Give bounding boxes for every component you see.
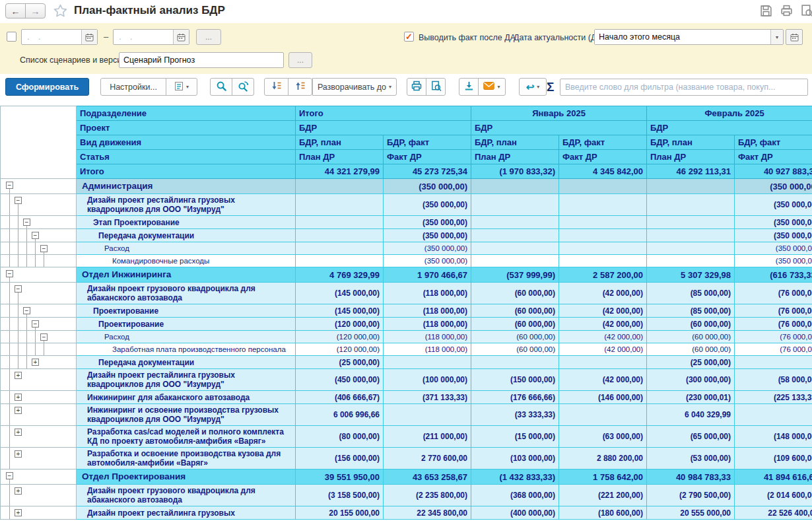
value-cell[interactable]	[296, 194, 384, 216]
value-cell[interactable]: 40 984 783,33	[647, 469, 735, 485]
value-cell[interactable]: (63 000,00)	[559, 426, 647, 448]
value-cell[interactable]: (76 000,00)	[735, 304, 812, 318]
value-cell[interactable]: (60 000,00)	[471, 283, 559, 304]
value-cell[interactable]: (180 600,00)	[559, 506, 647, 520]
row-label-cell[interactable]: Разработка и освоение производства кузов…	[77, 448, 296, 469]
value-cell[interactable]: (350 000,00)	[735, 216, 812, 229]
value-cell[interactable]: (118 000,00)	[384, 318, 471, 331]
back-button[interactable]: ←	[5, 3, 26, 18]
value-cell[interactable]: (42 000,00)	[559, 304, 647, 318]
value-cell[interactable]: (42 000,00)	[559, 369, 647, 391]
value-cell[interactable]: (42 000,00)	[559, 318, 647, 331]
value-cell[interactable]	[647, 179, 735, 194]
value-cell[interactable]: (60 000,00)	[647, 331, 735, 343]
value-cell[interactable]	[471, 179, 559, 194]
value-cell[interactable]: (120 000,00)	[296, 343, 384, 356]
value-cell[interactable]	[559, 229, 647, 242]
value-cell[interactable]	[559, 356, 647, 369]
actuality-calendar-button[interactable]	[786, 29, 803, 45]
value-cell[interactable]: (350 000,00)	[735, 229, 812, 242]
value-cell[interactable]: (60 000,00)	[471, 343, 559, 356]
value-cell[interactable]: (85 000,00)	[647, 304, 735, 318]
value-cell[interactable]: (100 000,00)	[384, 369, 471, 391]
header-article-value[interactable]: План ДР	[471, 150, 559, 164]
value-cell[interactable]: (371 133,33)	[384, 391, 471, 404]
header-total-value[interactable]: (1 970 833,32)	[471, 164, 559, 179]
value-cell[interactable]: (145 000,00)	[296, 283, 384, 304]
value-cell[interactable]	[647, 216, 735, 229]
value-cell[interactable]: 4 769 329,99	[296, 267, 384, 283]
header-movement-value[interactable]: БДР, план	[647, 135, 735, 150]
header-total-value[interactable]: 40 927 883,34	[735, 164, 812, 179]
favorite-star-icon[interactable]	[53, 3, 68, 21]
value-cell[interactable]	[471, 229, 559, 242]
value-cell[interactable]: (350 000,00)	[735, 255, 812, 267]
value-cell[interactable]: (230 000,01)	[647, 391, 735, 404]
value-cell[interactable]	[559, 194, 647, 216]
header-movement-value[interactable]: БДР, план	[296, 135, 384, 150]
header-project-label[interactable]: Проект	[77, 121, 296, 135]
header-total-value[interactable]: 46 292 113,31	[647, 164, 735, 179]
collapse-groups-button[interactable]	[288, 78, 312, 96]
header-article-value[interactable]: Факт ДР	[384, 150, 471, 164]
row-label-cell[interactable]: Расход	[77, 331, 296, 343]
expand-expander-icon[interactable]: +	[15, 407, 22, 414]
value-cell[interactable]	[647, 194, 735, 216]
value-cell[interactable]	[559, 179, 647, 194]
collapse-expander-icon[interactable]: −	[40, 245, 48, 252]
value-cell[interactable]: (350 000,00)	[384, 179, 471, 194]
value-cell[interactable]: (221 200,00)	[559, 485, 647, 506]
value-cell[interactable]: 1 758 642,00	[559, 469, 647, 485]
value-cell[interactable]: (350 000,00)	[735, 179, 812, 194]
header-period-1[interactable]: Итого	[296, 106, 471, 121]
value-cell[interactable]: (109 600,00)	[735, 448, 812, 469]
value-cell[interactable]	[296, 242, 384, 255]
expand-expander-icon[interactable]: +	[32, 359, 39, 366]
collapse-expander-icon[interactable]: −	[32, 232, 39, 239]
expand-groups-button[interactable]	[264, 78, 288, 96]
expand-expander-icon[interactable]: +	[15, 509, 22, 516]
value-cell[interactable]: (33 333,33)	[471, 404, 559, 426]
row-label-cell[interactable]: Передача документации	[77, 229, 296, 242]
value-cell[interactable]	[471, 242, 559, 255]
value-cell[interactable]	[296, 179, 384, 194]
value-cell[interactable]: (42 000,00)	[559, 343, 647, 356]
create-based-on-button[interactable]: ↩ ▾	[519, 78, 547, 96]
value-cell[interactable]: (1 432 833,33)	[471, 469, 559, 485]
value-cell[interactable]: (25 000,00)	[296, 356, 384, 369]
period-more-button[interactable]: ...	[196, 29, 221, 45]
value-cell[interactable]: (145 000,00)	[296, 304, 384, 318]
value-cell[interactable]: (148 000,00)	[735, 426, 812, 448]
settings-button[interactable]: Настройки...	[100, 78, 166, 96]
value-cell[interactable]: 2 880 200,00	[559, 448, 647, 469]
row-label-cell[interactable]: Разработка cas/cad моделей и полного ком…	[77, 426, 296, 448]
value-cell[interactable]: (350 000,00)	[384, 216, 471, 229]
value-cell[interactable]	[647, 242, 735, 255]
actuality-dropdown-button[interactable]: ▾	[770, 30, 783, 44]
row-label-cell[interactable]: Администрация	[77, 179, 296, 194]
value-cell[interactable]: (350 000,00)	[384, 255, 471, 267]
value-cell[interactable]: (537 999,99)	[471, 267, 559, 283]
value-cell[interactable]: (76 000,00)	[735, 331, 812, 343]
row-label-cell[interactable]: Дизайн проект грузового квадроцикла для …	[77, 485, 296, 506]
value-cell[interactable]: (350 000,00)	[384, 242, 471, 255]
header-dimension-label[interactable]: Подразделение	[77, 106, 296, 121]
value-cell[interactable]	[296, 229, 384, 242]
row-label-cell[interactable]: Расход	[77, 242, 296, 255]
value-cell[interactable]: 5 307 329,98	[647, 267, 735, 283]
value-cell[interactable]: (118 000,00)	[384, 331, 471, 343]
generate-button[interactable]: Сформировать	[5, 78, 89, 96]
value-cell[interactable]: (60 000,00)	[471, 318, 559, 331]
value-cell[interactable]: (76 000,00)	[735, 343, 812, 356]
value-cell[interactable]: (58 000,00)	[735, 369, 812, 391]
collapse-expander-icon[interactable]: −	[40, 333, 48, 341]
value-cell[interactable]: (406 666,67)	[296, 391, 384, 404]
collapse-expander-icon[interactable]: −	[23, 307, 30, 314]
value-cell[interactable]: (120 000,00)	[296, 318, 384, 331]
value-cell[interactable]	[559, 242, 647, 255]
row-label-cell[interactable]: Инжиниринг и освоение производства грузо…	[77, 404, 296, 426]
collapse-expander-icon[interactable]: −	[15, 197, 22, 204]
row-label-cell[interactable]: Передача документации	[77, 356, 296, 369]
sum-icon[interactable]: Σ	[547, 80, 554, 94]
expand-expander-icon[interactable]: +	[15, 450, 22, 458]
